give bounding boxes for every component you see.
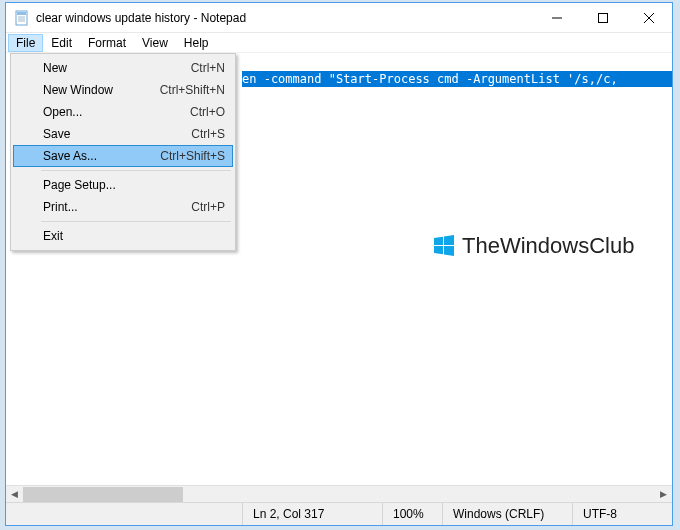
menu-item-shortcut: Ctrl+P bbox=[191, 200, 225, 214]
close-button[interactable] bbox=[626, 3, 672, 33]
scrollbar-thumb[interactable] bbox=[23, 487, 183, 502]
menu-item-shortcut: Ctrl+S bbox=[191, 127, 225, 141]
menu-separator bbox=[41, 170, 231, 171]
menu-item-page-setup[interactable]: Page Setup... bbox=[13, 174, 233, 196]
titlebar: clear windows update history - Notepad bbox=[6, 3, 672, 33]
menu-view[interactable]: View bbox=[134, 34, 176, 52]
status-zoom: 100% bbox=[382, 503, 442, 525]
menubar: File Edit Format View Help bbox=[6, 33, 672, 53]
menu-item-label: New bbox=[43, 61, 191, 75]
menu-item-new-window[interactable]: New Window Ctrl+Shift+N bbox=[13, 79, 233, 101]
notepad-app-icon bbox=[14, 10, 30, 26]
menu-item-label: New Window bbox=[43, 83, 160, 97]
scrollbar-track[interactable] bbox=[23, 486, 655, 503]
menu-format[interactable]: Format bbox=[80, 34, 134, 52]
status-line-ending: Windows (CRLF) bbox=[442, 503, 572, 525]
status-encoding: UTF-8 bbox=[572, 503, 672, 525]
status-spacer bbox=[6, 503, 242, 525]
menu-item-shortcut: Ctrl+O bbox=[190, 105, 225, 119]
scroll-right-icon[interactable]: ▶ bbox=[655, 486, 672, 503]
file-menu-dropdown: New Ctrl+N New Window Ctrl+Shift+N Open.… bbox=[10, 53, 236, 251]
svg-rect-1 bbox=[17, 12, 26, 15]
menu-item-label: Save As... bbox=[43, 149, 160, 163]
menu-item-save-as[interactable]: Save As... Ctrl+Shift+S bbox=[13, 145, 233, 167]
horizontal-scrollbar[interactable]: ◀ ▶ bbox=[6, 485, 672, 502]
menu-file[interactable]: File bbox=[8, 34, 43, 52]
menu-item-label: Open... bbox=[43, 105, 190, 119]
window-controls bbox=[534, 3, 672, 33]
menu-edit[interactable]: Edit bbox=[43, 34, 80, 52]
menu-item-new[interactable]: New Ctrl+N bbox=[13, 57, 233, 79]
notepad-window: clear windows update history - Notepad F… bbox=[5, 2, 673, 526]
window-title: clear windows update history - Notepad bbox=[36, 11, 534, 25]
menu-item-open[interactable]: Open... Ctrl+O bbox=[13, 101, 233, 123]
menu-item-label: Save bbox=[43, 127, 191, 141]
menu-item-label: Print... bbox=[43, 200, 191, 214]
menu-item-shortcut: Ctrl+N bbox=[191, 61, 225, 75]
text-area[interactable]: en -command "Start-Process cmd -Argument… bbox=[6, 53, 672, 485]
menu-item-label: Page Setup... bbox=[43, 178, 225, 192]
scroll-left-icon[interactable]: ◀ bbox=[6, 486, 23, 503]
menu-help[interactable]: Help bbox=[176, 34, 217, 52]
menu-item-shortcut: Ctrl+Shift+N bbox=[160, 83, 225, 97]
status-position: Ln 2, Col 317 bbox=[242, 503, 382, 525]
menu-item-label: Exit bbox=[43, 229, 225, 243]
menu-item-shortcut: Ctrl+Shift+S bbox=[160, 149, 225, 163]
svg-rect-6 bbox=[599, 13, 608, 22]
menu-item-exit[interactable]: Exit bbox=[13, 225, 233, 247]
statusbar: Ln 2, Col 317 100% Windows (CRLF) UTF-8 bbox=[6, 502, 672, 525]
minimize-button[interactable] bbox=[534, 3, 580, 33]
menu-item-print[interactable]: Print... Ctrl+P bbox=[13, 196, 233, 218]
menu-separator bbox=[41, 221, 231, 222]
maximize-button[interactable] bbox=[580, 3, 626, 33]
menu-item-save[interactable]: Save Ctrl+S bbox=[13, 123, 233, 145]
editor-selected-text: en -command "Start-Process cmd -Argument… bbox=[242, 71, 672, 87]
